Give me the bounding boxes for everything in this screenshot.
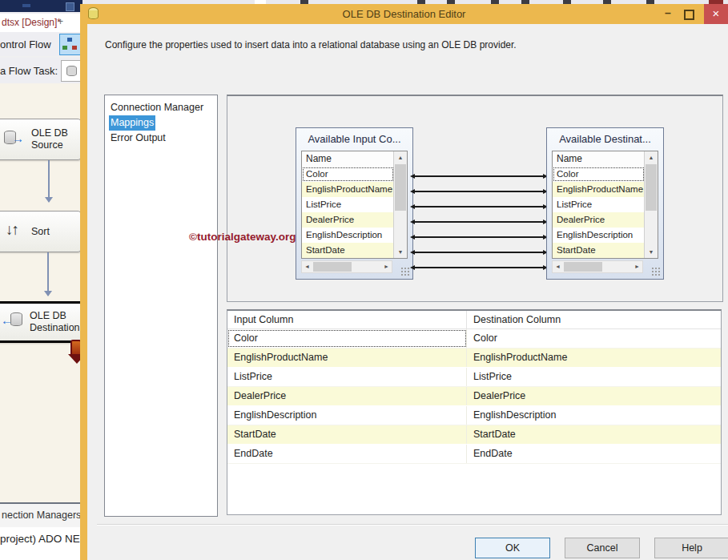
mapping-line[interactable] <box>412 252 546 253</box>
database-cylinder-icon <box>10 312 22 326</box>
vs-control-flow-row: ontrol Flow <box>0 32 82 56</box>
table-row[interactable]: EnglishDescription EnglishDescription <box>227 406 721 425</box>
maximize-button[interactable] <box>684 10 694 20</box>
resize-grip[interactable] <box>400 267 410 276</box>
screenshot-root: dtsx [Design]* + ontrol Flow a Flow Task… <box>0 0 728 560</box>
scrollbar-thumb[interactable] <box>646 164 657 211</box>
document-tab[interactable]: dtsx [Design]* + <box>0 14 82 32</box>
data-flow-design-surface: → OLE DB Source ↓↑ Sort ← OLE DB Destina… <box>0 83 82 502</box>
connection-manager-item[interactable]: project) ADO NE <box>0 527 82 560</box>
table-row[interactable]: Color Color <box>227 329 721 348</box>
dialog-description: Configure the properties used to insert … <box>105 39 682 50</box>
arrow-right-icon: → <box>12 131 24 145</box>
mapping-line[interactable] <box>412 236 546 238</box>
table-header-row: Input Column Destination Column <box>227 311 721 329</box>
vertical-scrollbar[interactable]: ▲ ▼ <box>644 151 658 258</box>
list-item[interactable]: StartDate <box>302 243 394 258</box>
ole-db-destination-icon: ← <box>4 312 25 330</box>
mapping-line[interactable] <box>412 267 546 268</box>
vertical-scrollbar[interactable]: ▲ ▼ <box>393 151 407 258</box>
cancel-button[interactable]: Cancel <box>565 538 640 558</box>
data-flow-path-arrow[interactable] <box>47 252 49 296</box>
scrollbar-thumb[interactable] <box>313 262 352 272</box>
vs-toolbar-icon <box>22 4 30 7</box>
nav-item-connection-manager[interactable]: Connection Manager <box>105 100 217 115</box>
scroll-up-icon[interactable]: ▲ <box>394 151 407 163</box>
sort-task[interactable]: ↓↑ Sort <box>0 211 82 252</box>
scrollbar-thumb[interactable] <box>395 164 406 211</box>
available-input-columns-box: Available Input Co... Name Color English… <box>296 127 413 280</box>
dialog-title-bar[interactable]: OLE DB Destination Editor – × <box>80 4 728 24</box>
task-label: Sort <box>31 226 50 238</box>
available-input-columns-title: Available Input Co... <box>296 131 412 147</box>
connection-managers-pane: nection Managers <box>0 502 82 527</box>
vs-data-flow-task-row: a Flow Task: <box>0 58 82 83</box>
control-flow-icon[interactable] <box>59 34 81 55</box>
scroll-left-icon[interactable]: ◄ <box>302 261 312 272</box>
horizontal-scrollbar[interactable]: ◄ ► <box>301 260 392 273</box>
document-tab-label: dtsx [Design]* <box>2 17 61 28</box>
mapping-line[interactable] <box>412 191 546 192</box>
sort-icon: ↓↑ <box>6 221 18 239</box>
dialog-border <box>80 4 87 560</box>
list-item[interactable]: DealerPrice <box>302 212 394 228</box>
list-item[interactable]: DealerPrice <box>553 212 645 228</box>
horizontal-scrollbar[interactable]: ◄ ► <box>552 260 643 273</box>
close-button[interactable]: × <box>704 4 728 24</box>
editor-nav-panel: Connection Manager Mappings Error Output <box>104 95 218 517</box>
scrollbar-thumb[interactable] <box>564 262 602 272</box>
mapping-table: Input Column Destination Column Color Co… <box>227 309 722 515</box>
pin-icon[interactable]: + <box>58 16 63 27</box>
control-flow-label: ontrol Flow <box>0 38 51 50</box>
nav-item-mappings[interactable]: Mappings <box>105 115 217 131</box>
table-row[interactable]: EnglishProductName EnglishProductName <box>227 348 721 368</box>
list-item[interactable]: ListPrice <box>302 197 394 212</box>
list-item[interactable]: Color <box>302 167 394 182</box>
data-flow-task-label: a Flow Task: <box>0 65 58 77</box>
mapping-line[interactable] <box>412 206 546 207</box>
list-item[interactable]: EnglishDescription <box>553 228 645 243</box>
scroll-up-icon[interactable]: ▲ <box>645 151 658 163</box>
data-flow-task-icon[interactable] <box>61 60 82 82</box>
vs-toolbar-icon <box>66 2 74 11</box>
scroll-down-icon[interactable]: ▼ <box>645 246 658 258</box>
ole-db-source-icon: → <box>4 131 25 148</box>
help-button[interactable]: Help <box>654 538 728 558</box>
list-item[interactable]: Color <box>553 167 645 182</box>
destination-column-header[interactable]: Destination Column <box>467 311 721 328</box>
task-label: OLE DB Source <box>31 127 68 151</box>
column-header[interactable]: Name <box>553 151 645 167</box>
nav-item-error-output[interactable]: Error Output <box>105 131 217 146</box>
vs-window-bar <box>0 0 82 12</box>
ole-db-destination-task[interactable]: ← OLE DB Destination <box>0 301 85 343</box>
mapping-line[interactable] <box>412 175 546 177</box>
list-item[interactable]: StartDate <box>553 243 645 258</box>
scroll-right-icon[interactable]: ► <box>632 261 642 272</box>
table-row[interactable]: EndDate EndDate <box>227 445 721 464</box>
connection-manager-item-label: project) ADO NE <box>0 533 80 545</box>
resize-grip[interactable] <box>651 267 661 276</box>
connection-managers-title: nection Managers <box>2 510 81 521</box>
available-destination-columns-title: Available Destinat... <box>547 131 663 147</box>
footer-separator <box>97 524 728 526</box>
list-item[interactable]: EnglishProductName <box>302 182 394 197</box>
data-flow-path-arrow[interactable] <box>48 160 50 202</box>
ole-db-source-task[interactable]: → OLE DB Source <box>0 119 82 160</box>
list-item[interactable]: EnglishProductName <box>553 182 645 197</box>
scroll-right-icon[interactable]: ► <box>381 261 392 272</box>
scroll-down-icon[interactable]: ▼ <box>394 246 407 258</box>
table-row[interactable]: ListPrice ListPrice <box>227 368 721 387</box>
ok-button[interactable]: OK <box>475 538 550 558</box>
column-header[interactable]: Name <box>302 151 394 167</box>
database-icon <box>66 66 77 76</box>
watermark: ©tutorialgateway.org <box>189 231 296 243</box>
list-item[interactable]: ListPrice <box>553 197 645 212</box>
table-row[interactable]: DealerPrice DealerPrice <box>227 387 721 406</box>
table-row[interactable]: StartDate StartDate <box>227 425 721 445</box>
available-destination-columns-box: Available Destinat... Name Color English… <box>546 127 664 280</box>
list-item[interactable]: EnglishDescription <box>302 228 394 243</box>
mapping-line[interactable] <box>412 221 546 223</box>
scroll-left-icon[interactable]: ◄ <box>553 261 563 272</box>
minimize-button[interactable]: – <box>659 4 677 24</box>
input-column-header[interactable]: Input Column <box>227 311 467 328</box>
